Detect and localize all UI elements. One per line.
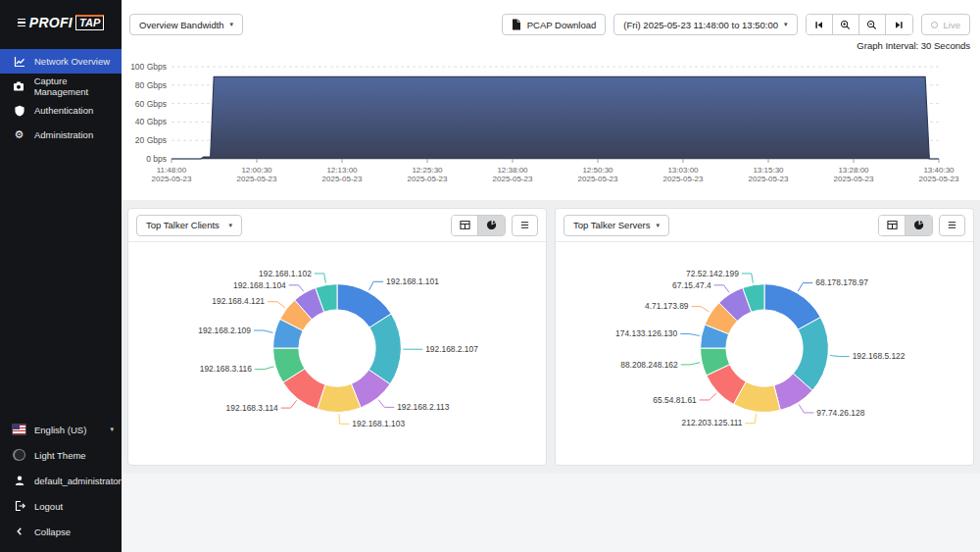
svg-text:20 Gbps: 20 Gbps (135, 135, 167, 145)
svg-text:12:38:00: 12:38:00 (497, 166, 528, 175)
svg-text:40 Gbps: 40 Gbps (135, 117, 167, 126)
svg-text:192.168.4.121: 192.168.4.121 (212, 296, 265, 306)
username-label: default_administrator (34, 476, 122, 486)
svg-text:2025-05-23: 2025-05-23 (408, 175, 448, 183)
talker-servers-dropdown[interactable]: Top Talker Servers ▾ (564, 215, 669, 236)
svg-text:68.178.178.97: 68.178.178.97 (815, 277, 868, 287)
main-content: Overview Bandwidth ▾ PCAP Download (Fri)… (122, 0, 980, 552)
sidebar-item-label: Capture Management (34, 75, 122, 97)
logout-icon (13, 500, 25, 513)
gear-icon: ⚙ (13, 128, 25, 141)
view-switcher (878, 215, 965, 236)
top-talker-servers-card: Top Talker Servers ▾ (555, 208, 974, 466)
live-label: Live (944, 20, 960, 30)
svg-text:2025-05-23: 2025-05-23 (834, 175, 874, 183)
svg-text:192.168.2.109: 192.168.2.109 (198, 326, 251, 335)
donut-chart-servers[interactable]: 68.178.178.97192.168.5.12297.74.26.12821… (556, 242, 973, 465)
donut-chart-clients[interactable]: 192.168.1.101192.168.2.107192.168.2.1131… (128, 242, 546, 465)
sidebar-nav: Network Overview Capture Management Auth… (0, 49, 122, 147)
sidebar-footer: English (US) ▾ Light Theme default_admin… (0, 417, 122, 552)
chevron-down-icon: ▾ (657, 222, 661, 229)
language-label: English (US) (34, 425, 86, 435)
chart-line-icon (13, 55, 25, 68)
logout-button[interactable]: Logout (0, 493, 122, 519)
profitap-logo: PROFI TAP (0, 0, 122, 45)
sidebar-item-label: Authentication (34, 105, 93, 116)
collapse-label: Collapse (34, 527, 71, 537)
svg-text:2025-05-23: 2025-05-23 (919, 175, 959, 183)
live-toggle-button[interactable]: Live (921, 14, 970, 35)
shield-icon (13, 104, 25, 117)
chevron-down-icon: ▾ (110, 426, 114, 433)
svg-text:80 Gbps: 80 Gbps (135, 80, 167, 90)
us-flag-icon (13, 424, 25, 436)
svg-text:2025-05-23: 2025-05-23 (493, 175, 533, 183)
svg-text:192.168.3.114: 192.168.3.114 (226, 403, 278, 413)
sidebar-item-authentication[interactable]: Authentication (0, 98, 122, 123)
svg-text:2025-05-23: 2025-05-23 (322, 175, 363, 183)
file-download-icon (512, 19, 521, 30)
pie-view-button[interactable] (478, 216, 505, 235)
svg-text:2025-05-23: 2025-05-23 (237, 175, 277, 183)
view-select-label: Overview Bandwidth (139, 20, 224, 30)
chevron-down-icon: ▾ (784, 21, 788, 28)
skip-to-start-button[interactable] (807, 15, 833, 34)
page-background (122, 474, 980, 552)
svg-text:13:03:00: 13:03:00 (667, 166, 699, 175)
sidebar-item-capture-management[interactable]: Capture Management (0, 74, 122, 98)
live-status-icon (931, 22, 938, 28)
svg-text:192.168.1.103: 192.168.1.103 (352, 419, 405, 428)
svg-text:2025-05-23: 2025-05-23 (578, 175, 618, 183)
svg-text:100 Gbps: 100 Gbps (130, 62, 167, 72)
list-view-button[interactable] (939, 215, 965, 236)
svg-text:72.52.142.199: 72.52.142.199 (686, 269, 739, 278)
list-view-button[interactable] (512, 215, 538, 236)
skip-to-end-button[interactable] (886, 15, 912, 34)
card-title: Top Talker Servers (573, 220, 651, 230)
card-title: Top Talker Clients (146, 220, 220, 230)
svg-text:13:40:30: 13:40:30 (923, 166, 955, 175)
svg-text:12:25:30: 12:25:30 (412, 166, 443, 175)
person-icon (13, 475, 25, 487)
sidebar: PROFI TAP Network Overview Capture Manag… (0, 0, 122, 552)
talker-cards-row: Top Talker Clients ▾ (122, 200, 980, 474)
zoom-in-button[interactable] (833, 15, 859, 34)
pcap-download-button[interactable]: PCAP Download (502, 14, 607, 35)
table-view-button[interactable] (452, 216, 478, 235)
sidebar-item-administration[interactable]: ⚙ Administration (0, 123, 122, 147)
svg-text:192.168.1.104: 192.168.1.104 (233, 280, 286, 290)
logout-label: Logout (34, 501, 63, 512)
language-selector[interactable]: English (US) ▾ (0, 417, 122, 442)
logo-text-profi: PROFI (29, 15, 73, 30)
logo-lines-icon (18, 19, 25, 27)
zoom-out-button[interactable] (859, 15, 886, 34)
date-range-dropdown[interactable]: (Fri) 2025-05-23 11:48:00 to 13:50:00 ▾ (613, 14, 797, 35)
collapse-button[interactable]: Collapse (0, 519, 122, 544)
svg-text:97.74.26.128: 97.74.26.128 (816, 408, 864, 418)
talker-clients-dropdown[interactable]: Top Talker Clients ▾ (136, 215, 242, 236)
table-view-button[interactable] (879, 216, 906, 235)
svg-text:11:48:00: 11:48:00 (157, 166, 187, 175)
svg-text:67.15.47.4: 67.15.47.4 (672, 280, 711, 290)
svg-text:12:50:30: 12:50:30 (582, 166, 613, 175)
theme-toggle-item[interactable]: Light Theme (0, 442, 122, 468)
theme-toggle[interactable] (13, 449, 25, 462)
time-navigation-group (806, 14, 913, 35)
top-talker-clients-card: Top Talker Clients ▾ (127, 208, 547, 466)
sidebar-item-label: Network Overview (34, 56, 110, 67)
pcap-download-label: PCAP Download (527, 20, 597, 30)
pie-view-button[interactable] (906, 216, 932, 235)
bandwidth-chart[interactable]: 0 bps20 Gbps40 Gbps60 Gbps80 Gbps100 Gbp… (122, 51, 980, 200)
svg-text:192.168.2.107: 192.168.2.107 (425, 344, 478, 354)
date-range-label: (Fri) 2025-05-23 11:48:00 to 13:50:00 (623, 20, 778, 30)
sidebar-item-network-overview[interactable]: Network Overview (0, 49, 122, 74)
chevron-down-icon: ▾ (230, 21, 234, 28)
svg-text:12:00:30: 12:00:30 (241, 166, 272, 175)
view-select-dropdown[interactable]: Overview Bandwidth ▾ (129, 14, 243, 35)
graph-interval-label: Graph Interval: 30 Seconds (129, 40, 970, 51)
svg-text:192.168.5.122: 192.168.5.122 (853, 351, 906, 361)
svg-text:0 bps: 0 bps (146, 154, 167, 164)
svg-text:2025-05-23: 2025-05-23 (663, 175, 704, 183)
svg-text:2025-05-23: 2025-05-23 (749, 175, 789, 183)
current-user-item[interactable]: default_administrator (0, 468, 122, 493)
